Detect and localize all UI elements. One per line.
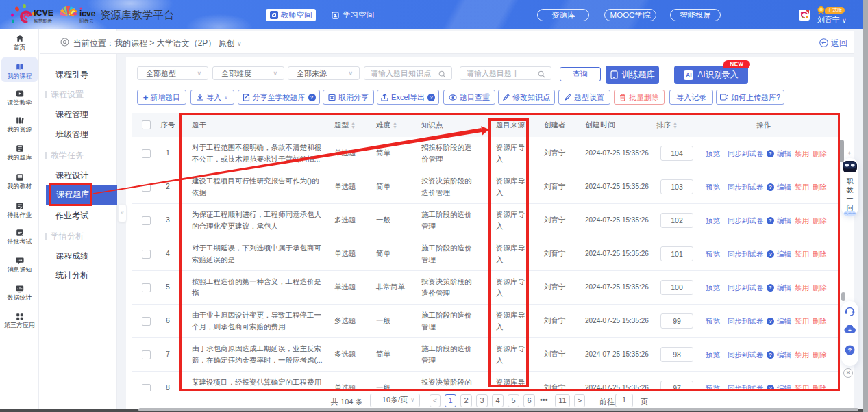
svg-text:ICVE: ICVE <box>34 8 53 18</box>
svg-text:职教云: 职教云 <box>79 18 94 24</box>
svg-text:智慧职教: 智慧职教 <box>34 18 52 24</box>
svg-text:?: ? <box>848 346 852 354</box>
svg-text:icve: icve <box>79 9 96 18</box>
